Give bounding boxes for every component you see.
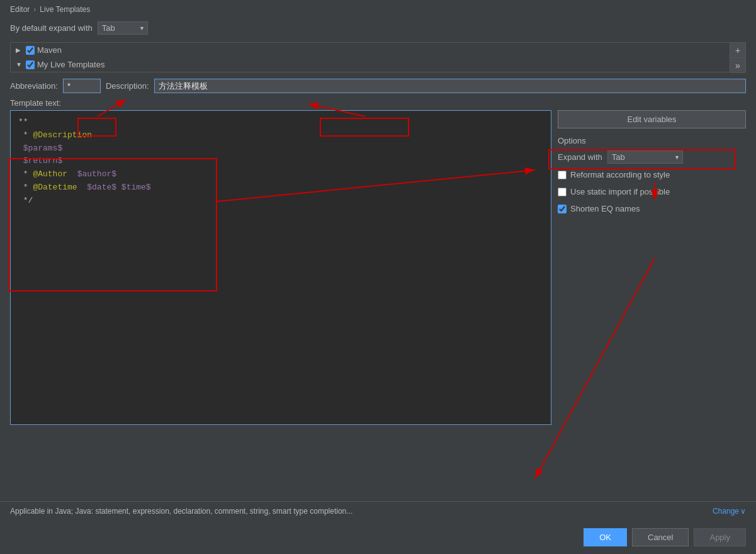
- tree-arrow-my-live: ▼: [16, 61, 23, 68]
- apply-button[interactable]: Apply: [694, 528, 746, 546]
- change-arrow: ∨: [740, 507, 746, 516]
- code-line-1: **: [18, 116, 543, 129]
- applicable-text: Applicable in Java; Java: statement, exp…: [10, 507, 708, 516]
- settings-content: By default expand with Tab Space Enter ▶…: [0, 16, 756, 501]
- ok-button[interactable]: OK: [584, 528, 627, 546]
- abbr-desc-row: Abbreviation: Description:: [10, 79, 746, 93]
- code-line-6: * @Datetime $date$ $time$: [18, 181, 543, 195]
- description-label: Description:: [106, 81, 149, 91]
- options-label: Options: [558, 136, 746, 145]
- static-import-label: Use static import if possible: [570, 187, 670, 196]
- reformat-checkbox[interactable]: [558, 171, 567, 179]
- breadcrumb: Editor › Live Templates: [0, 0, 756, 16]
- right-panel: Edit variables Options Expand with Tab S…: [558, 110, 746, 496]
- code-line-2: * @Description: [18, 129, 543, 142]
- code-editor[interactable]: ** * @Description $params$ $return$ * @A…: [10, 110, 551, 425]
- breadcrumb-sep: ›: [33, 5, 36, 14]
- checkbox-row-static-import: Use static import if possible: [558, 186, 746, 198]
- change-button[interactable]: Change ∨: [713, 507, 746, 516]
- checkbox-row-reformat: Reformat according to style: [558, 169, 746, 181]
- expand-with-select-wrapper[interactable]: Tab Space Enter: [607, 150, 683, 164]
- breadcrumb-live-templates: Live Templates: [40, 5, 90, 14]
- edit-variables-button[interactable]: Edit variables: [558, 110, 746, 128]
- expand-with-select[interactable]: Tab Space Enter: [607, 150, 683, 164]
- tree-label-my-live: My Live Templates: [37, 60, 104, 69]
- default-expand-select[interactable]: Tab Space Enter: [98, 21, 148, 35]
- cancel-button[interactable]: Cancel: [632, 528, 689, 546]
- reformat-label: Reformat according to style: [570, 170, 670, 179]
- tree-checkbox-my-live[interactable]: [26, 60, 35, 69]
- tree-row-my-live[interactable]: ▼ My Live Templates: [11, 57, 745, 72]
- more-options-button[interactable]: »: [730, 58, 745, 73]
- template-text-label: Template text:: [10, 98, 746, 108]
- shorten-eq-checkbox[interactable]: [558, 205, 567, 213]
- code-line-7: */: [18, 195, 543, 208]
- template-form: Abbreviation: Description: Template text…: [10, 79, 746, 496]
- description-input[interactable]: [154, 79, 746, 93]
- main-container: Editor › Live Templates By default expan…: [0, 0, 756, 554]
- change-label: Change: [713, 507, 739, 516]
- add-template-button[interactable]: +: [730, 43, 745, 58]
- breadcrumb-editor: Editor: [10, 5, 30, 14]
- tree-row-maven[interactable]: ▶ Maven: [11, 43, 745, 57]
- shorten-eq-label: Shorten EQ names: [570, 204, 640, 213]
- expand-with-row: Expand with Tab Space Enter: [558, 150, 746, 164]
- default-expand-row: By default expand with Tab Space Enter: [10, 21, 746, 35]
- code-line-3: $params$: [18, 142, 543, 155]
- checkbox-row-shorten-eq: Shorten EQ names: [558, 203, 746, 215]
- code-line-4: $return$: [18, 155, 543, 168]
- static-import-checkbox[interactable]: [558, 188, 567, 196]
- abbreviation-input[interactable]: [63, 79, 101, 93]
- default-expand-label: By default expand with: [10, 23, 93, 33]
- bottom-bar: Applicable in Java; Java: statement, exp…: [0, 501, 756, 521]
- tree-checkbox-maven[interactable]: [26, 46, 35, 55]
- tree-action-buttons: + »: [730, 43, 745, 73]
- default-expand-select-wrapper[interactable]: Tab Space Enter: [98, 21, 148, 35]
- tree-label-maven: Maven: [37, 45, 62, 55]
- template-tree: ▶ Maven ▼ My Live Templates + »: [10, 42, 746, 72]
- expand-with-label: Expand with: [558, 152, 602, 162]
- code-line-5: * @Author $author$: [18, 168, 543, 181]
- split-area: ** * @Description $params$ $return$ * @A…: [10, 110, 746, 496]
- dialog-buttons: OK Cancel Apply: [0, 521, 756, 554]
- tree-arrow-maven: ▶: [16, 47, 23, 54]
- abbreviation-label: Abbreviation:: [10, 81, 58, 91]
